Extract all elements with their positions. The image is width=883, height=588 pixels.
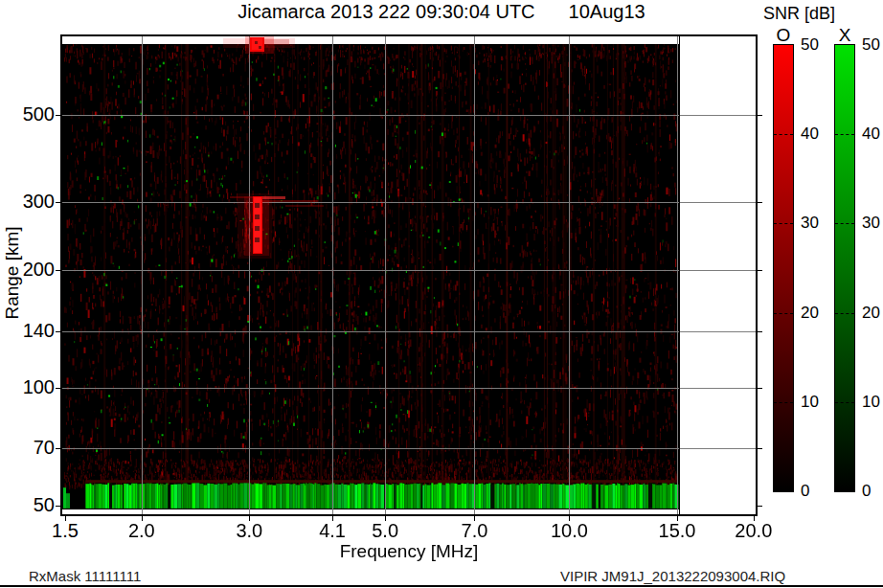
y-tick bbox=[56, 331, 60, 332]
colorbar-tick-dash bbox=[835, 223, 854, 224]
plot-frame bbox=[60, 34, 758, 516]
x-tick bbox=[332, 516, 333, 521]
y-tick bbox=[758, 331, 762, 332]
x-axis-label: Frequency [MHz] bbox=[62, 541, 756, 562]
y-tick-label: 500 bbox=[0, 103, 55, 125]
colorbar-tick-label: 40 bbox=[801, 124, 829, 145]
x-tick bbox=[474, 516, 475, 521]
x-tick-label: 1.5 bbox=[36, 520, 94, 542]
x-tick-label: 20.0 bbox=[725, 520, 782, 542]
x-tick-label: 5.0 bbox=[356, 520, 414, 542]
plot-title: Jicamarca 2013 222 09:30:04 UTC bbox=[238, 1, 534, 23]
x-tick-label: 4.1 bbox=[304, 520, 361, 542]
y-tick-label: 100 bbox=[0, 376, 55, 398]
y-tick bbox=[758, 115, 762, 116]
y-tick bbox=[758, 202, 762, 203]
x-tick bbox=[677, 516, 678, 521]
colorbar-tick-label: 20 bbox=[801, 303, 829, 324]
plot-date: 10Aug13 bbox=[569, 1, 645, 23]
x-tick bbox=[569, 516, 570, 521]
colorbar-tick-label: 20 bbox=[862, 303, 883, 324]
ionogram-canvas bbox=[62, 36, 756, 514]
colorbar-tick-dash bbox=[774, 313, 793, 314]
x-tick bbox=[142, 516, 143, 521]
y-tick-label: 50 bbox=[0, 494, 55, 516]
x-colorbar bbox=[834, 44, 855, 492]
x-tick-label: 3.0 bbox=[220, 520, 278, 542]
colorbar-tick-dash bbox=[774, 134, 793, 135]
y-tick bbox=[758, 506, 762, 507]
y-axis-label: Range [km] bbox=[2, 226, 23, 319]
y-tick bbox=[56, 448, 60, 449]
colorbar-tick-dash bbox=[774, 223, 793, 224]
o-polarization-label: O bbox=[773, 25, 794, 46]
colorbar-tick-dash bbox=[835, 134, 854, 135]
x-tick bbox=[385, 516, 386, 521]
colorbar-tick-label: 30 bbox=[862, 213, 883, 234]
colorbar-tick-label: 10 bbox=[801, 392, 829, 413]
y-tick bbox=[758, 388, 762, 389]
x-polarization-label: X bbox=[834, 25, 855, 46]
footer-rxmask: RxMask 11111111 bbox=[29, 568, 141, 584]
y-tick-label: 70 bbox=[0, 437, 55, 459]
colorbar-tick-label: 0 bbox=[862, 481, 883, 502]
y-tick bbox=[56, 270, 60, 271]
y-tick-label: 140 bbox=[0, 320, 55, 342]
y-tick bbox=[56, 202, 60, 203]
colorbar-tick-label: 30 bbox=[801, 213, 829, 234]
colorbar-tick-dash bbox=[835, 313, 854, 314]
x-tick-label: 15.0 bbox=[648, 520, 706, 542]
colorbar-tick-dash bbox=[835, 402, 854, 403]
x-tick bbox=[65, 516, 66, 521]
y-tick-label: 300 bbox=[0, 191, 55, 213]
bottom-rule bbox=[0, 585, 883, 587]
colorbar-tick-label: 0 bbox=[801, 481, 829, 502]
o-colorbar bbox=[773, 44, 794, 492]
footer-filename: VIPIR JM91J_2013222093004.RIQ bbox=[560, 568, 785, 584]
colorbar-tick-label: 40 bbox=[862, 124, 883, 145]
colorbar-title: SNR [dB] bbox=[763, 3, 835, 24]
x-tick bbox=[249, 516, 250, 521]
colorbar-tick-dash bbox=[774, 402, 793, 403]
x-tick bbox=[754, 516, 755, 521]
ionogram-figure: Jicamarca 2013 222 09:30:04 UTC 10Aug13 … bbox=[0, 0, 883, 588]
colorbar-tick-label: 50 bbox=[801, 34, 829, 56]
y-tick bbox=[56, 388, 60, 389]
colorbar-tick-label: 10 bbox=[862, 392, 883, 413]
y-tick bbox=[758, 448, 762, 449]
y-tick bbox=[56, 506, 60, 507]
y-tick bbox=[758, 270, 762, 271]
title-row: Jicamarca 2013 222 09:30:04 UTC 10Aug13 bbox=[0, 1, 883, 23]
y-tick bbox=[56, 115, 60, 116]
x-tick-label: 2.0 bbox=[113, 520, 170, 542]
colorbar-tick-label: 50 bbox=[862, 34, 883, 56]
x-tick-label: 7.0 bbox=[445, 520, 503, 542]
x-tick-label: 10.0 bbox=[540, 520, 598, 542]
